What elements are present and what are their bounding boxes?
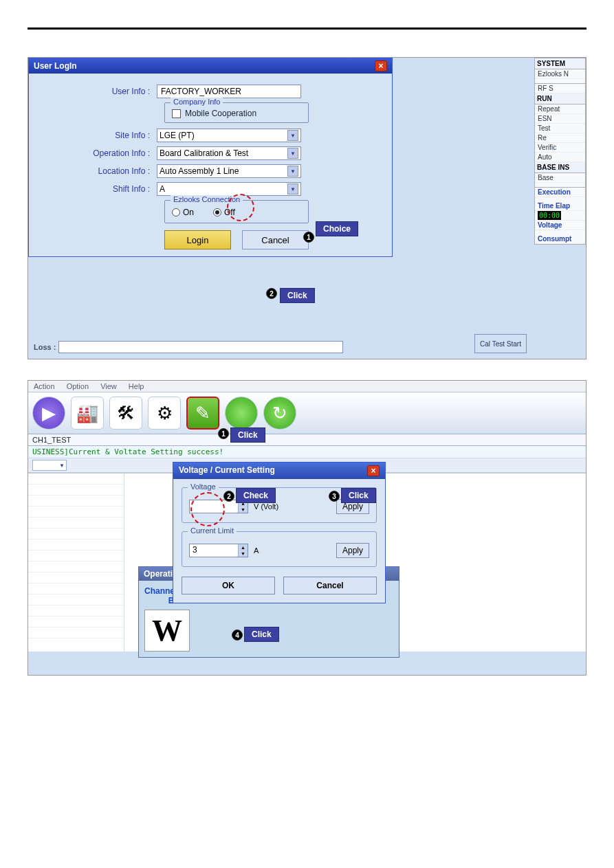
radio-icon[interactable] — [213, 208, 221, 216]
step-number-3: 3 — [329, 491, 340, 502]
operation-info-label: Operation Info : — [36, 148, 157, 158]
ezlooks-off-radio[interactable]: Off — [213, 208, 235, 217]
site-info-value: LGE (PT) — [160, 131, 195, 140]
system-header: SYSTEM — [535, 58, 585, 69]
cancel-button[interactable]: Cancel — [242, 230, 309, 249]
close-icon[interactable]: × — [367, 465, 380, 476]
green-circle-button[interactable] — [225, 397, 258, 430]
voltage-unit: V (Volt) — [254, 502, 278, 511]
ezlooks-off-label: Off — [224, 208, 235, 217]
menu-help[interactable]: Help — [129, 382, 144, 390]
chevron-down-icon[interactable]: ▼ — [287, 166, 298, 177]
side-item: ESN — [535, 114, 585, 124]
dropdown-small[interactable]: ▼ — [32, 460, 67, 471]
run-header: RUN — [535, 93, 585, 104]
shift-info-select[interactable]: A ▼ — [157, 182, 301, 196]
big-w-text: W — [144, 610, 190, 652]
mobile-cooperation-checkbox[interactable]: Mobile Cooperation — [172, 109, 301, 118]
loss-input[interactable] — [58, 341, 343, 353]
current-apply-button[interactable]: Apply — [336, 543, 369, 558]
loss-label: Loss : — [34, 343, 56, 351]
side-item: Repeat — [535, 104, 585, 114]
gear-icon[interactable]: ⚙ — [148, 397, 181, 430]
toolbar-btn-1[interactable]: ▶ — [32, 397, 65, 430]
login-titlebar: User LogIn × — [29, 58, 392, 74]
side-item: RF S — [535, 83, 585, 93]
menu-bar: Action Option View Help — [28, 381, 586, 392]
current-unit: A — [254, 546, 259, 555]
user-info-label: User Info : — [36, 87, 157, 96]
location-info-label: Location Info : — [36, 166, 157, 176]
user-login-screenshot: User LogIn × User Info : Company Info Mo… — [28, 57, 586, 359]
spinner-down-icon[interactable]: ▼ — [238, 507, 248, 513]
vc-title: Voltage / Current Setting — [179, 465, 275, 476]
choice-label: Choice — [323, 224, 351, 234]
ok-button[interactable]: OK — [182, 577, 275, 594]
current-legend: Current Limit — [188, 526, 237, 535]
time-elapsed-label: Time Elap — [535, 201, 585, 211]
step-number-2: 2 — [223, 491, 234, 502]
execution-label: Execution — [535, 187, 585, 197]
menu-option[interactable]: Option — [67, 382, 89, 390]
voltage-legend: Voltage — [188, 482, 219, 491]
login-title: User LogIn — [34, 61, 77, 71]
side-item: Ezlooks N — [535, 69, 585, 79]
side-item: Base — [535, 173, 585, 183]
login-button[interactable]: Login — [164, 230, 231, 249]
menu-action[interactable]: Action — [34, 382, 55, 390]
menu-view[interactable]: View — [100, 382, 117, 390]
mobile-cooperation-label: Mobile Cooperation — [185, 109, 256, 118]
spinner-up-icon[interactable]: ▲ — [238, 544, 248, 550]
shift-info-value: A — [160, 184, 165, 194]
voltage-value[interactable] — [190, 500, 238, 513]
tab-ch1-test[interactable]: CH1_TEST — [28, 434, 586, 446]
site-info-label: Site Info : — [36, 131, 157, 140]
user-info-input[interactable] — [157, 85, 301, 98]
cal-test-start-button[interactable]: Cal Test Start — [474, 334, 527, 353]
current-input[interactable]: 3 ▲▼ — [189, 544, 248, 557]
company-group-legend: Company Info — [171, 98, 223, 106]
voltage-setting-screenshot: Action Option View Help ▶ 🏭 🛠 ⚙ ✎ ↻ CH1_… — [28, 380, 586, 676]
step-number-4: 4 — [232, 630, 243, 641]
site-info-select[interactable]: LGE (PT) ▼ — [157, 129, 301, 142]
click-callout-1: Click — [230, 427, 265, 443]
voltage-current-dialog: Voltage / Current Setting × Voltage ▲▼ V… — [173, 462, 386, 603]
loss-row: Loss : — [34, 341, 343, 353]
voltage-setting-button[interactable]: ✎ — [186, 397, 219, 430]
location-info-select[interactable]: Auto Assembly 1 Line ▼ — [157, 164, 301, 178]
spinner-down-icon[interactable]: ▼ — [238, 550, 248, 557]
checkbox-icon[interactable] — [172, 109, 181, 118]
company-info-group: Company Info Mobile Cooperation — [164, 102, 309, 123]
current-value[interactable]: 3 — [190, 544, 238, 557]
side-item: Re — [535, 133, 585, 143]
chevron-down-icon[interactable]: ▼ — [287, 148, 298, 159]
operation-info-value: Board Calibration & Test — [160, 148, 248, 158]
side-item: Verific — [535, 143, 585, 153]
operation-info-select[interactable]: Board Calibration & Test ▼ — [157, 146, 301, 160]
wrench-icon[interactable]: 🛠 — [109, 397, 142, 430]
radio-icon[interactable] — [172, 208, 180, 216]
ezlooks-connection-group: Ezlooks Connection On Off — [164, 200, 309, 223]
side-item: Auto — [535, 153, 585, 162]
location-info-value: Auto Assembly 1 Line — [160, 166, 239, 176]
chevron-down-icon[interactable]: ▼ — [287, 183, 298, 194]
status-message: USINESS]Current & Voltate Setting succes… — [28, 446, 586, 458]
side-info-panel: SYSTEM Ezlooks N RF S RUN Repeat ESN Tes… — [534, 58, 586, 245]
consumption-label: Consumpt — [535, 234, 585, 244]
vc-cancel-button[interactable]: Cancel — [283, 577, 377, 594]
toolbar: ▶ 🏭 🛠 ⚙ ✎ ↻ — [28, 392, 586, 434]
check-callout: Check — [236, 488, 276, 503]
close-icon[interactable]: × — [375, 60, 387, 71]
click-callout: Click — [280, 288, 315, 303]
toolbar-btn-2[interactable]: 🏭 — [71, 397, 104, 430]
ezlooks-on-label: On — [183, 208, 194, 217]
step-number-1: 1 — [303, 232, 314, 243]
click-callout-3: Click — [341, 488, 376, 503]
ezlooks-on-radio[interactable]: On — [172, 208, 194, 217]
chevron-down-icon[interactable]: ▼ — [287, 130, 298, 141]
click-callout-4: Click — [244, 627, 279, 642]
shift-info-label: Shift Info : — [36, 184, 157, 194]
reload-icon[interactable]: ↻ — [263, 397, 296, 430]
step-number-1: 1 — [218, 428, 229, 439]
side-item: Test — [535, 124, 585, 133]
